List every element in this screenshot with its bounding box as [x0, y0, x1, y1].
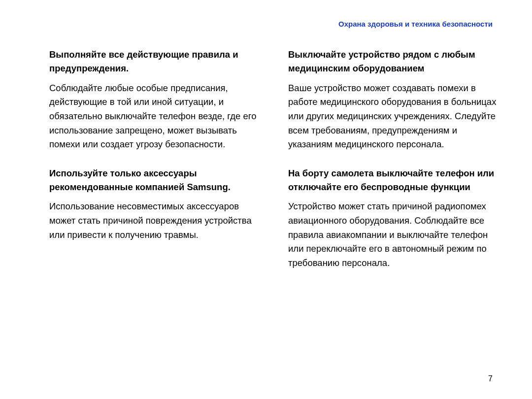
- right-column: Выключайте устройство рядом с любым меди…: [288, 48, 498, 285]
- section-medical: Выключайте устройство рядом с любым меди…: [288, 48, 498, 152]
- left-column: Выполняйте все действующие правила и пре…: [49, 48, 259, 285]
- section-airplane: На борту самолета выключайте телефон или…: [288, 166, 498, 270]
- section-accessories: Используйте только аксессуары рекомендов…: [49, 166, 259, 242]
- page-header: Охрана здоровья и техника безопасности: [49, 20, 498, 28]
- section-body: Устройство может стать причиной радиопом…: [288, 200, 498, 270]
- section-rules: Выполняйте все действующие правила и пре…: [49, 48, 259, 152]
- document-page: Охрана здоровья и техника безопасности В…: [0, 0, 532, 399]
- page-number: 7: [488, 374, 493, 383]
- section-body: Использование несовместимых аксессуаров …: [49, 200, 259, 242]
- section-heading: Используйте только аксессуары рекомендов…: [49, 166, 259, 194]
- section-heading: На борту самолета выключайте телефон или…: [288, 166, 498, 194]
- section-body: Соблюдайте любые особые предписания, дей…: [49, 81, 259, 152]
- section-body: Ваше устройство может создавать помехи в…: [288, 81, 498, 152]
- content-columns: Выполняйте все действующие правила и пре…: [49, 48, 498, 285]
- section-heading: Выполняйте все действующие правила и пре…: [49, 48, 259, 75]
- section-heading: Выключайте устройство рядом с любым меди…: [288, 48, 498, 75]
